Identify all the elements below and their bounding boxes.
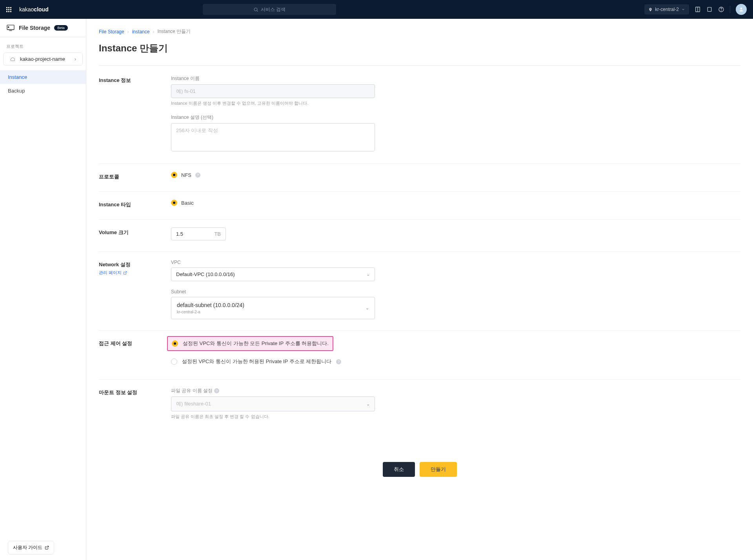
svg-point-12 <box>8 27 9 28</box>
beta-badge: Beta <box>54 25 68 31</box>
subnet-zone: kr-central-2-a <box>177 310 244 314</box>
service-header: File Storage Beta <box>0 19 86 37</box>
file-storage-icon <box>6 24 15 31</box>
vpc-value: Default-VPC (10.0.0.0/16) <box>176 271 235 277</box>
help-text: Instance 이름은 생성 이후 변경할 수 없으며, 고유한 이름이어야 … <box>171 100 375 106</box>
breadcrumb-separator: › <box>127 29 129 35</box>
svg-line-1 <box>257 11 258 11</box>
docs-icon[interactable] <box>695 6 701 13</box>
field-label-vpc: VPC <box>171 260 375 265</box>
section-instance-info: Instance 정보 Instance 이름 Instance 이름은 생성 … <box>99 75 740 164</box>
section-protocol: 프로토콜 NFS ? <box>99 172 740 192</box>
user-guide-button[interactable]: 사용자 가이드 <box>8 541 54 555</box>
fileshare-placeholder: 예) fileshare-01 <box>176 400 211 407</box>
instance-desc-input[interactable] <box>171 123 375 151</box>
subnet-select[interactable]: default-subnet (10.0.0.0/24) kr-central-… <box>171 297 375 319</box>
chevron-down-icon: ⌄ <box>366 272 370 277</box>
section-mount: 마운트 정보 설정 파일 공유 이름 설정 ? 예) fileshare-01 … <box>99 387 740 431</box>
info-icon[interactable]: ? <box>195 173 200 178</box>
project-name: kakao-project-name <box>20 56 65 62</box>
brand-prefix: kakao <box>19 6 34 13</box>
cloud-icon <box>10 57 16 62</box>
page-title: Instance 만들기 <box>99 42 740 55</box>
svg-point-8 <box>740 7 742 9</box>
section-volume: Volume 크기 1.5 TB <box>99 227 740 252</box>
user-avatar[interactable] <box>736 4 747 15</box>
field-label-subnet: Subnet <box>171 289 375 295</box>
radio-icon <box>171 358 177 365</box>
location-icon <box>648 7 653 12</box>
nav-instance[interactable]: Instance <box>0 70 86 84</box>
volume-unit: TB <box>214 231 221 237</box>
info-icon[interactable]: ? <box>214 388 219 393</box>
help-icon[interactable] <box>718 6 724 13</box>
section-label: 마운트 정보 설정 <box>99 389 162 396</box>
search-placeholder: 서비스 검색 <box>261 6 286 13</box>
instance-name-input[interactable] <box>171 84 375 98</box>
breadcrumb-current: Instance 만들기 <box>157 28 191 35</box>
section-label: Volume 크기 <box>99 229 162 236</box>
breadcrumb: File Storage › instance › Instance 만들기 <box>99 28 740 35</box>
type-value: Basic <box>181 200 194 206</box>
section-access-control: 접근 제어 설정 설정된 VPC와 통신이 가능한 모든 Private IP … <box>99 338 740 380</box>
project-selector[interactable]: kakao-project-name › <box>3 53 83 65</box>
main-content: File Storage › instance › Instance 만들기 I… <box>86 19 753 560</box>
field-label-fileshare: 파일 공유 이름 설정 <box>171 387 213 394</box>
top-navigation: kakaocloud 서비스 검색 kr-central-2 <box>0 0 753 19</box>
access-option-allow-all[interactable]: 설정된 VPC와 통신이 가능한 모든 Private IP 주소를 허용합니다… <box>167 336 333 351</box>
breadcrumb-root[interactable]: File Storage <box>99 29 124 35</box>
topnav-right: kr-central-2 <box>644 4 747 15</box>
external-link-icon <box>123 271 127 275</box>
network-manage-link[interactable]: 관리 페이지 <box>99 270 127 276</box>
external-link-icon <box>45 545 49 550</box>
volume-input[interactable]: 1.5 TB <box>171 227 226 240</box>
footer-actions: 취소 만들기 <box>99 462 740 477</box>
brand-logo: kakaocloud <box>19 6 49 13</box>
nav-backup[interactable]: Backup <box>0 84 86 98</box>
chevron-down-icon: ⌄ <box>366 402 370 407</box>
svg-rect-4 <box>708 7 711 12</box>
breadcrumb-parent[interactable]: instance <box>132 29 150 35</box>
protocol-radio-nfs[interactable] <box>171 172 177 178</box>
sidebar: File Storage Beta 프로젝트 kakao-project-nam… <box>0 19 86 560</box>
field-label-desc: Instance 설명 (선택) <box>171 114 375 121</box>
create-button[interactable]: 만들기 <box>420 462 457 477</box>
chevron-down-icon: ⌄ <box>366 305 369 311</box>
region-value: kr-central-2 <box>655 7 679 12</box>
apps-menu-icon[interactable] <box>6 7 11 12</box>
vpc-select[interactable]: Default-VPC (10.0.0.0/16) ⌄ <box>171 267 375 281</box>
notification-icon[interactable] <box>706 6 713 13</box>
section-label: Network 설정 <box>99 261 162 268</box>
region-selector[interactable]: kr-central-2 <box>644 4 689 15</box>
section-label: Instance 타입 <box>99 201 162 208</box>
svg-point-7 <box>721 11 722 11</box>
guide-label: 사용자 가이드 <box>13 544 42 551</box>
section-label: 프로토콜 <box>99 173 162 180</box>
chevron-right-icon: › <box>75 56 76 62</box>
access-option2-label: 설정된 VPC와 통신이 가능한 허용된 Private IP 주소로 제한됩니… <box>182 358 331 365</box>
section-label: 접근 제어 설정 <box>99 340 162 347</box>
access-option-restrict[interactable]: 설정된 VPC와 통신이 가능한 허용된 Private IP 주소로 제한됩니… <box>167 355 375 368</box>
breadcrumb-separator: › <box>153 29 154 35</box>
radio-icon <box>172 340 178 347</box>
section-label: Instance 정보 <box>99 77 162 84</box>
svg-point-0 <box>254 8 257 11</box>
chevron-down-icon <box>681 7 685 11</box>
search-input[interactable]: 서비스 검색 <box>203 4 336 15</box>
fileshare-select[interactable]: 예) fileshare-01 ⌄ <box>171 396 375 411</box>
project-label: 프로젝트 <box>0 37 86 53</box>
brand-suffix: cloud <box>34 6 48 13</box>
type-radio-basic[interactable] <box>171 200 177 206</box>
protocol-value: NFS <box>181 172 191 178</box>
cancel-button[interactable]: 취소 <box>383 462 415 477</box>
access-option1-label: 설정된 VPC와 통신이 가능한 모든 Private IP 주소를 허용합니다… <box>183 340 329 347</box>
search-icon <box>253 7 258 12</box>
info-icon[interactable]: ? <box>336 359 341 364</box>
volume-value: 1.5 <box>176 231 183 237</box>
service-name: File Storage <box>19 25 50 31</box>
help-text: 파일 공유 이름은 최초 설정 후 변경 할 수 없습니다. <box>171 414 375 420</box>
section-instance-type: Instance 타입 Basic <box>99 200 740 220</box>
subnet-value: default-subnet (10.0.0.0/24) <box>177 302 244 308</box>
field-label-name: Instance 이름 <box>171 75 375 82</box>
section-network: Network 설정 관리 페이지 VPC Default-VPC (10.0.… <box>99 260 740 331</box>
